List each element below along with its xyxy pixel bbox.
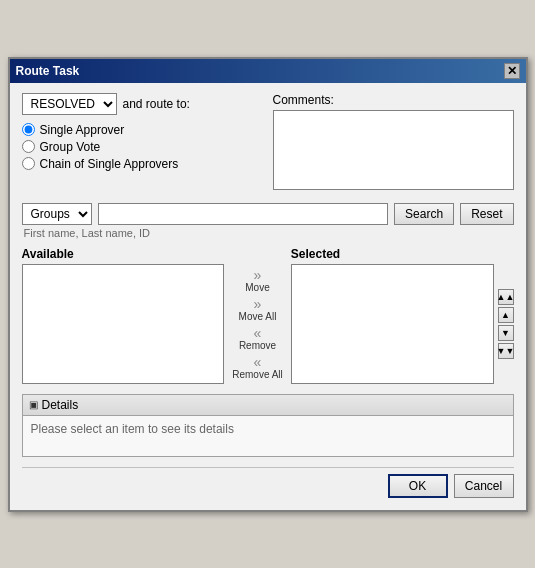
radio-group-label: Group Vote [40,140,101,154]
details-placeholder: Please select an item to see its details [31,422,234,436]
radio-chain[interactable]: Chain of Single Approvers [22,157,263,171]
move-label: Move [245,282,269,293]
move-all-label: Move All [239,311,277,322]
route-row: RESOLVED OPEN PENDING and route to: [22,93,263,115]
available-panel: Available [22,247,225,384]
move-all-icon: » [254,297,262,311]
list-section: Available » Move » Move All « Remove [22,247,514,384]
selected-label: Selected [291,247,494,261]
left-top-panel: RESOLVED OPEN PENDING and route to: Sing… [22,93,263,193]
available-list[interactable] [22,264,225,384]
dialog-title: Route Task [16,64,80,78]
remove-all-label: Remove All [232,369,283,380]
bottom-bar: OK Cancel [22,467,514,500]
move-icon: » [254,268,262,282]
collapse-icon: ▣ [29,399,38,410]
title-bar: Route Task ✕ [10,59,526,83]
scroll-top-button[interactable]: ▲▲ [498,289,514,305]
move-button[interactable]: » Move [245,268,269,293]
top-section: RESOLVED OPEN PENDING and route to: Sing… [22,93,514,193]
selected-list[interactable] [291,264,494,384]
radio-chain-label: Chain of Single Approvers [40,157,179,171]
scroll-up-button[interactable]: ▲ [498,307,514,323]
reset-button[interactable]: Reset [460,203,513,225]
route-task-dialog: Route Task ✕ RESOLVED OPEN PENDING and r… [8,57,528,512]
details-section: ▣ Details Please select an item to see i… [22,394,514,457]
details-header-label: Details [42,398,79,412]
right-top-panel: Comments: [273,93,514,193]
search-button[interactable]: Search [394,203,454,225]
comments-textarea[interactable] [273,110,514,190]
dialog-body: RESOLVED OPEN PENDING and route to: Sing… [10,83,526,510]
remove-icon: « [254,326,262,340]
remove-all-button[interactable]: « Remove All [232,355,283,380]
comments-label: Comments: [273,93,514,107]
scroll-down-button[interactable]: ▼ [498,325,514,341]
selected-panel: Selected [291,247,494,384]
details-header[interactable]: ▣ Details [23,395,513,416]
search-input[interactable] [98,203,389,225]
status-select[interactable]: RESOLVED OPEN PENDING [22,93,117,115]
close-icon: ✕ [507,64,517,78]
search-row: Groups Users Search Reset [22,203,514,225]
remove-button[interactable]: « Remove [239,326,276,351]
right-scroll-panel: ▲▲ ▲ ▼ ▼▼ [494,247,514,384]
radio-single-approver[interactable]: Single Approver [22,123,263,137]
radio-group-vote[interactable]: Group Vote [22,140,263,154]
search-type-select[interactable]: Groups Users [22,203,92,225]
route-label: and route to: [123,97,190,111]
remove-label: Remove [239,340,276,351]
close-button[interactable]: ✕ [504,63,520,79]
ok-button[interactable]: OK [388,474,448,498]
radio-single-label: Single Approver [40,123,125,137]
move-buttons-panel: » Move » Move All « Remove « Remove All [224,247,291,384]
remove-all-icon: « [254,355,262,369]
radio-group: Single Approver Group Vote Chain of Sing… [22,123,263,171]
search-hint: First name, Last name, ID [24,227,514,239]
scroll-bottom-button[interactable]: ▼▼ [498,343,514,359]
available-label: Available [22,247,225,261]
cancel-button[interactable]: Cancel [454,474,514,498]
details-content: Please select an item to see its details [23,416,513,456]
move-all-button[interactable]: » Move All [239,297,277,322]
